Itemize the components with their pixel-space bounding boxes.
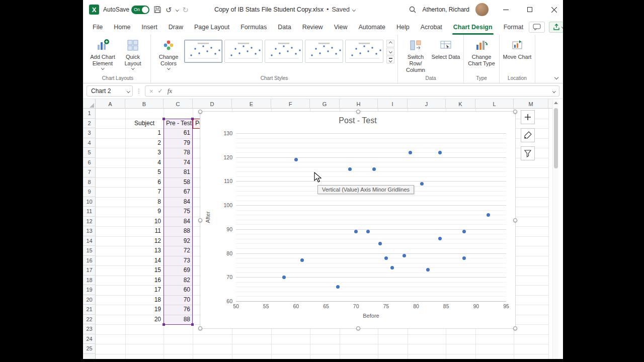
cell-subject-17[interactable]: 17	[125, 285, 164, 295]
tab-automate[interactable]: Automate	[353, 19, 391, 35]
insert-function-icon[interactable]: fx	[168, 87, 172, 95]
ribbon-collapse-icon[interactable]	[554, 75, 558, 79]
row-header-19[interactable]: 19	[83, 285, 96, 295]
data-point[interactable]	[294, 158, 298, 161]
column-header-F[interactable]: F	[271, 99, 310, 109]
column-header-L[interactable]: L	[475, 99, 514, 109]
chart-filters-button[interactable]	[521, 146, 535, 160]
gallery-more-button[interactable]	[386, 56, 394, 63]
tab-page-layout[interactable]: Page Layout	[189, 19, 235, 35]
data-point[interactable]	[366, 230, 370, 233]
column-header-C[interactable]: C	[164, 99, 193, 109]
switch-row-column-button[interactable]: Switch Row/ Column	[401, 37, 430, 74]
chart-style-thumb-3[interactable]	[265, 40, 303, 63]
column-header-M[interactable]: M	[514, 99, 548, 109]
formula-bar-grip[interactable]: ⋮	[136, 87, 142, 95]
resize-handle-top-center[interactable]	[356, 110, 360, 114]
chart-elements-button[interactable]	[521, 110, 535, 124]
row-header-14[interactable]: 14	[83, 236, 96, 246]
cell-subject-18[interactable]: 18	[125, 295, 164, 305]
resize-handle-mid-right[interactable]	[513, 218, 517, 222]
quick-layout-button[interactable]: Quick Layout	[118, 37, 147, 69]
tab-home[interactable]: Home	[108, 19, 136, 35]
row-header-6[interactable]: 6	[83, 158, 96, 168]
row-header-18[interactable]: 18	[83, 276, 96, 286]
data-point[interactable]	[372, 167, 376, 171]
cell-subject-1[interactable]: 1	[125, 128, 164, 138]
data-point[interactable]	[426, 268, 430, 272]
data-point[interactable]	[390, 266, 394, 269]
row-header-12[interactable]: 12	[83, 217, 96, 227]
row-header-4[interactable]: 4	[83, 138, 96, 148]
row-header-5[interactable]: 5	[83, 148, 96, 158]
column-header-H[interactable]: H	[340, 99, 378, 109]
scrollbar-thumb[interactable]	[554, 108, 558, 168]
cell-subject-7[interactable]: 7	[125, 187, 164, 197]
user-name[interactable]: Atherton, Richard	[423, 6, 469, 13]
data-point[interactable]	[384, 256, 388, 260]
cell-subject-15[interactable]: 15	[125, 265, 164, 276]
cell-subject-13[interactable]: 13	[125, 246, 164, 256]
data-point[interactable]	[487, 213, 490, 217]
resize-handle-bottom-right[interactable]	[513, 326, 517, 330]
cell-subject-8[interactable]: 8	[125, 197, 164, 207]
data-point[interactable]	[462, 256, 466, 260]
name-box-dropdown-icon[interactable]	[127, 89, 130, 93]
select-all-corner[interactable]	[83, 99, 96, 109]
cell-subject-4[interactable]: 4	[125, 158, 164, 168]
formula-field[interactable]: × ✓ fx	[145, 85, 559, 97]
name-box[interactable]: Chart 2	[87, 85, 133, 97]
row-header-9[interactable]: 9	[83, 187, 96, 197]
gallery-up-button[interactable]	[386, 40, 394, 47]
row-header-13[interactable]: 13	[83, 226, 96, 236]
row-header-8[interactable]: 8	[83, 177, 96, 188]
chart-style-thumb-2[interactable]	[224, 40, 263, 63]
formula-enter-icon[interactable]: ✓	[158, 87, 163, 95]
resize-handle-bottom-left[interactable]	[198, 326, 202, 330]
cell-subject-6[interactable]: 6	[125, 177, 164, 188]
data-point[interactable]	[282, 276, 286, 279]
row-header-7[interactable]: 7	[83, 167, 96, 177]
y-axis-title[interactable]: After	[201, 133, 214, 301]
data-point[interactable]	[354, 230, 358, 233]
tab-draw[interactable]: Draw	[163, 19, 189, 35]
row-header-10[interactable]: 10	[83, 197, 96, 207]
resize-handle-bottom-center[interactable]	[356, 326, 360, 330]
data-point[interactable]	[409, 151, 412, 154]
row-header-1[interactable]: 1	[83, 109, 96, 119]
column-header-D[interactable]: D	[193, 99, 232, 109]
data-point[interactable]	[438, 151, 442, 154]
cell-subject-11[interactable]: 11	[125, 226, 164, 236]
row-header-22[interactable]: 22	[83, 315, 96, 325]
gallery-down-button[interactable]	[386, 48, 394, 55]
add-chart-element-button[interactable]: Add Chart Element	[88, 37, 117, 69]
change-chart-type-button[interactable]: Change Chart Type	[467, 37, 496, 67]
cell-subject-10[interactable]: 10	[125, 217, 164, 227]
column-header-E[interactable]: E	[232, 99, 271, 109]
data-point[interactable]	[420, 182, 424, 186]
close-button[interactable]	[545, 0, 563, 19]
chart-style-thumb-5[interactable]	[345, 40, 383, 63]
resize-handle-mid-left[interactable]	[198, 218, 202, 222]
chart-object[interactable]: Post - Test After Before Vertical (Value…	[200, 111, 516, 329]
tab-file[interactable]: File	[87, 19, 108, 35]
column-header-A[interactable]: A	[96, 99, 125, 109]
tab-formulas[interactable]: Formulas	[235, 19, 272, 35]
cell-subject-5[interactable]: 5	[125, 167, 164, 177]
select-data-button[interactable]: Select Data	[431, 37, 460, 60]
chart-style-thumb-1[interactable]	[184, 40, 222, 63]
tab-insert[interactable]: Insert	[136, 19, 163, 35]
search-icon[interactable]	[409, 6, 417, 14]
column-header-B[interactable]: B	[125, 99, 164, 109]
cell-subject-16[interactable]: 16	[125, 276, 164, 286]
maximize-button[interactable]	[521, 0, 539, 19]
cell-subject-3[interactable]: 3	[125, 148, 164, 158]
row-header-11[interactable]: 11	[83, 207, 96, 217]
formula-input[interactable]	[177, 86, 548, 96]
resize-handle-top-left[interactable]	[198, 110, 202, 114]
title-dropdown-icon[interactable]	[352, 8, 355, 11]
row-header-2[interactable]: 2	[83, 119, 96, 129]
chart-title[interactable]: Post - Test	[200, 116, 515, 125]
row-header-16[interactable]: 16	[83, 256, 96, 266]
row-header-23[interactable]: 23	[83, 324, 96, 334]
